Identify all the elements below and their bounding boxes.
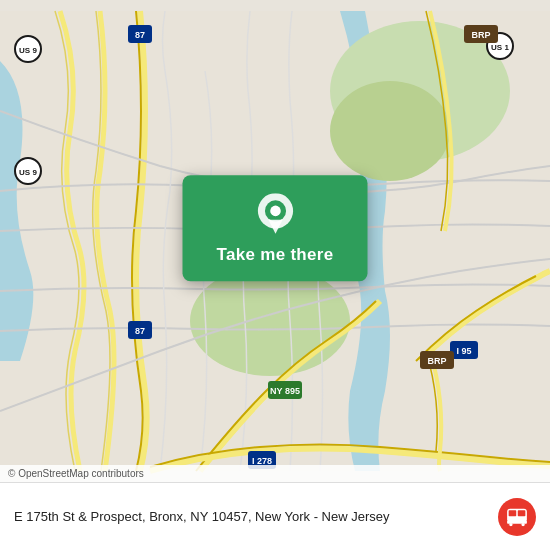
svg-text:NY 895: NY 895 [270,386,300,396]
svg-text:I 95: I 95 [456,346,471,356]
bottom-bar: E 175th St & Prospect, Bronx, NY 10457, … [0,482,550,550]
attribution-bar: © OpenStreetMap contributors [0,465,550,482]
svg-point-3 [190,266,350,376]
svg-text:BRP: BRP [471,30,490,40]
svg-text:87: 87 [135,326,145,336]
attribution-text: © OpenStreetMap contributors [8,468,144,479]
svg-point-2 [330,81,450,181]
svg-text:87: 87 [135,30,145,40]
location-card: Take me there [183,175,368,281]
svg-rect-31 [509,510,517,516]
svg-text:moovit: moovit [508,528,526,534]
app: Bronx River 87 87 US 9 US 9 US 1 NY 895 … [0,0,550,550]
svg-text:US 9: US 9 [19,168,37,177]
take-me-there-button[interactable]: Take me there [217,245,334,265]
svg-text:US 9: US 9 [19,46,37,55]
location-name: E 175th St & Prospect, Bronx, NY 10457, … [14,509,390,524]
svg-point-27 [270,206,281,217]
svg-rect-32 [518,510,526,516]
svg-rect-35 [507,520,527,523]
map-container: Bronx River 87 87 US 9 US 9 US 1 NY 895 … [0,0,550,482]
location-info: E 175th St & Prospect, Bronx, NY 10457, … [14,507,488,526]
svg-text:BRP: BRP [427,356,446,366]
moovit-logo: moovit [498,498,536,536]
map-pin-icon [253,193,297,237]
moovit-logo-icon: moovit [498,498,536,536]
svg-text:US 1: US 1 [491,43,509,52]
